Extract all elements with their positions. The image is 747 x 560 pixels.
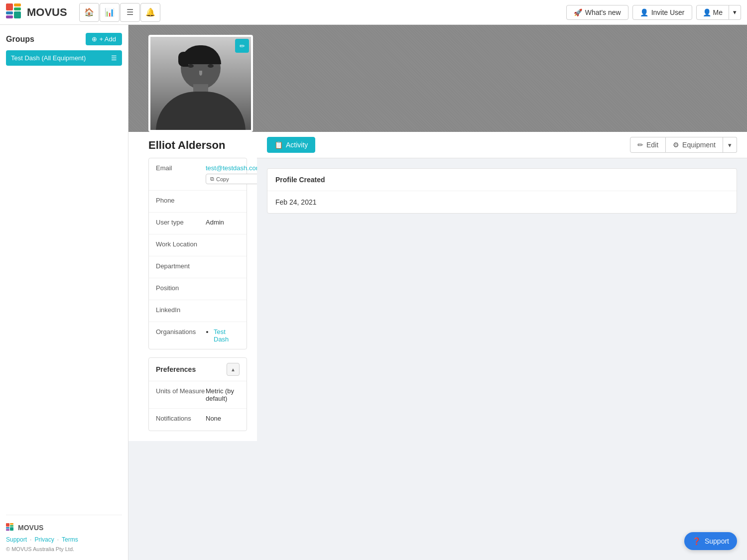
sidebar-footer-logo: MOVUS [6, 523, 122, 532]
svg-rect-1 [14, 3, 21, 6]
svg-rect-5 [14, 11, 21, 18]
position-row: Position [149, 278, 247, 300]
list-nav-btn[interactable]: ☰ [120, 3, 140, 22]
whats-new-button[interactable]: 🚀 What's new [566, 5, 628, 20]
tab-left: 📋 Activity [267, 137, 315, 153]
user-type-row: User type Admin [149, 213, 247, 234]
org-item[interactable]: Test Dash [214, 328, 229, 343]
tab-right: ✏ Edit ⚙ Equipment ▾ [630, 137, 737, 153]
avatar-edit-button[interactable]: ✏ [235, 39, 249, 53]
me-group: 👤 Me ▾ [696, 5, 741, 20]
top-nav-right: 🚀 What's new 👤 Invite User 👤 Me ▾ [566, 5, 741, 20]
profile-name: Elliot Alderson [148, 132, 247, 158]
profile-body: Elliot Alderson Email test@testdash.com … [128, 132, 747, 441]
logo-text: MOVUS [27, 6, 67, 19]
copy-button[interactable]: ⧉ Copy [206, 174, 261, 184]
email-row: Email test@testdash.com ⧉ Copy [149, 158, 247, 191]
whats-new-label: What's new [585, 8, 621, 16]
home-nav-btn[interactable]: 🏠 [79, 3, 99, 22]
activity-card-header: Profile Created [267, 169, 737, 191]
activity-icon: 📋 [274, 141, 283, 149]
terms-link[interactable]: Terms [62, 536, 78, 543]
svg-rect-11 [10, 527, 13, 531]
sidebar-footer: MOVUS Support · Privacy · Terms © MOVUS … [6, 515, 122, 552]
copy-label: Copy [216, 176, 229, 182]
svg-rect-7 [10, 523, 13, 525]
equipment-button[interactable]: ⚙ Equipment [666, 137, 723, 153]
sidebar-item-test-dash[interactable]: Test Dash (All Equipment) ☰ [6, 50, 122, 66]
linkedin-row: LinkedIn [149, 300, 247, 322]
svg-rect-0 [6, 3, 13, 10]
activity-card-body: Feb 24, 2021 [267, 191, 737, 213]
department-row: Department [149, 256, 247, 278]
privacy-link[interactable]: Privacy [34, 536, 54, 543]
me-dropdown-button[interactable]: ▾ [729, 5, 741, 20]
equipment-label: Equipment [682, 141, 716, 149]
organisations-value: Test Dash [206, 328, 240, 343]
preferences-card: Preferences ▲ Units of Measure Metric (b… [148, 357, 247, 431]
person-icon: 👤 [640, 8, 648, 16]
edit-label: Edit [646, 141, 658, 149]
support-link[interactable]: Support [6, 536, 27, 543]
notifications-nav-btn[interactable]: 🔔 [140, 3, 160, 22]
add-group-button[interactable]: ⊕ + Add [86, 33, 122, 45]
linkedin-label: LinkedIn [156, 306, 206, 314]
activity-tab-button[interactable]: 📋 Activity [267, 137, 315, 153]
preferences-toggle-button[interactable]: ▲ [227, 363, 240, 376]
hamburger-icon: ☰ [111, 54, 117, 62]
logo[interactable]: MOVUS [6, 3, 67, 21]
svg-rect-10 [6, 529, 9, 531]
groups-title: Groups [6, 35, 34, 44]
profile-right: 📋 Activity ✏ Edit ⚙ Equipment [257, 132, 747, 441]
rocket-icon: 🚀 [574, 8, 582, 16]
organisations-row: Organisations Test Dash [149, 322, 247, 349]
profile-header: ✏ [128, 25, 747, 132]
notifications-value: None [206, 415, 240, 422]
activity-content: Profile Created Feb 24, 2021 [257, 158, 747, 224]
nav-icons: 🏠 📊 ☰ 🔔 [79, 3, 160, 22]
activity-card: Profile Created Feb 24, 2021 [267, 168, 737, 214]
layout: Groups ⊕ + Add Test Dash (All Equipment)… [0, 25, 747, 560]
add-label: + Add [99, 35, 116, 43]
work-location-row: Work Location [149, 234, 247, 256]
question-icon: ❓ [692, 537, 701, 545]
organisations-label: Organisations [156, 328, 206, 336]
dot-1: · [30, 536, 31, 543]
edit-button[interactable]: ✏ Edit [630, 137, 666, 153]
main-content: ✏ Elliot Alderson Email test@testdash.co… [128, 25, 747, 560]
work-location-label: Work Location [156, 240, 206, 248]
monitoring-nav-btn[interactable]: 📊 [100, 3, 120, 22]
svg-rect-2 [14, 7, 21, 10]
me-button[interactable]: 👤 Me [696, 5, 729, 20]
support-button[interactable]: ❓ Support [684, 532, 737, 550]
user-circle-icon: 👤 [703, 8, 711, 16]
top-nav: MOVUS 🏠 📊 ☰ 🔔 🚀 What's new 👤 Invite User… [0, 0, 747, 25]
email-value[interactable]: test@testdash.com [206, 164, 261, 172]
svg-rect-3 [6, 11, 13, 14]
edit-icon: ✏ [637, 141, 643, 149]
copyright: © MOVUS Australia Pty Ltd. [6, 546, 122, 552]
notifications-row: Notifications None [149, 409, 247, 431]
tab-dropdown-button[interactable]: ▾ [723, 137, 737, 153]
svg-rect-4 [6, 15, 13, 18]
position-label: Position [156, 284, 206, 292]
preferences-header: Preferences ▲ [149, 358, 247, 381]
sidebar-item-label: Test Dash (All Equipment) [11, 54, 86, 62]
tab-bar: 📋 Activity ✏ Edit ⚙ Equipment [257, 132, 747, 158]
user-type-label: User type [156, 219, 206, 226]
svg-rect-8 [10, 525, 13, 527]
movus-logo-icon [6, 3, 24, 21]
sidebar-movus-icon [6, 523, 15, 532]
units-value: Metric (by default) [206, 387, 240, 402]
groups-header: Groups ⊕ + Add [6, 33, 122, 45]
me-label: Me [713, 8, 723, 16]
avatar-container: ✏ [148, 35, 253, 132]
sidebar: Groups ⊕ + Add Test Dash (All Equipment)… [0, 25, 128, 560]
units-row: Units of Measure Metric (by default) [149, 381, 247, 409]
invite-user-button[interactable]: 👤 Invite User [632, 5, 692, 20]
notifications-label: Notifications [156, 415, 206, 422]
copy-icon: ⧉ [210, 176, 214, 182]
user-type-value: Admin [206, 219, 240, 226]
equipment-icon: ⚙ [673, 141, 679, 149]
support-label: Support [705, 537, 729, 545]
